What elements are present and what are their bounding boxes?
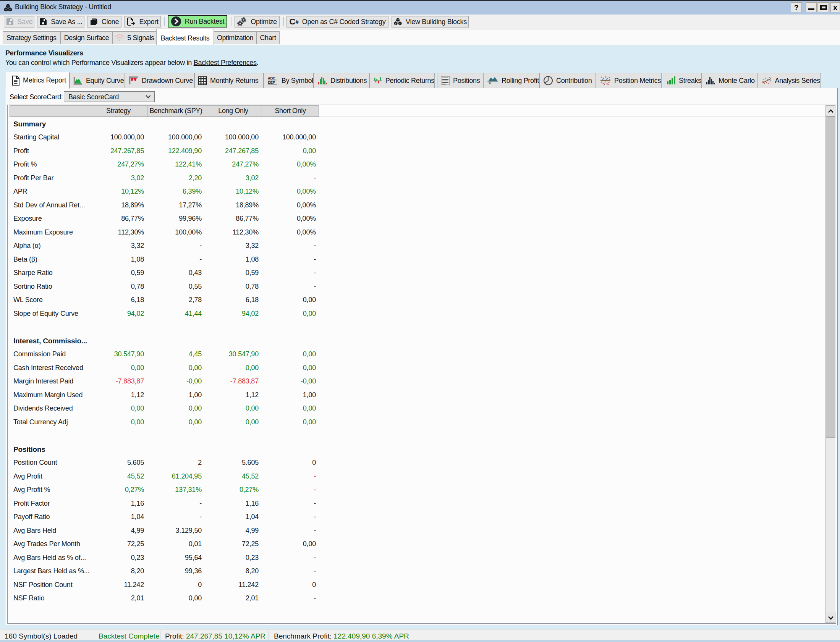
svg-text:DEF: DEF (268, 80, 275, 84)
svg-text:ABC: ABC (268, 76, 276, 80)
